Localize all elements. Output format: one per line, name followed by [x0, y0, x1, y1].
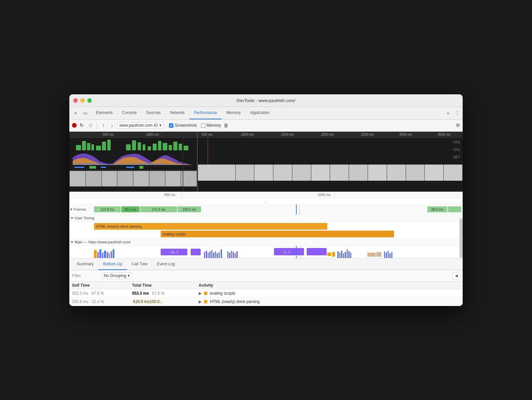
- svg-rect-23: [139, 166, 143, 169]
- svg-rect-63: [348, 251, 350, 258]
- svg-rect-25: [97, 252, 99, 258]
- toolbar-checkboxes: Screenshots Memory: [169, 123, 221, 128]
- devtools-nav: ⌖ ▭ Elements Console Sources Network Per…: [69, 107, 463, 120]
- svg-rect-14: [163, 143, 167, 150]
- svg-rect-39: [209, 251, 211, 258]
- grouping-select[interactable]: No Grouping ▾: [101, 272, 132, 279]
- user-timing-label: User Timing: [75, 216, 94, 220]
- time-500: 500 ms: [164, 193, 175, 197]
- svg-rect-60: [343, 253, 344, 258]
- left-ruler-1000: 1000 ms: [146, 133, 159, 136]
- svg-text:La...t: La...t: [171, 250, 178, 254]
- toolbar: ↻ ⊘ ↑ ↓ www.paulirish.com #2 ▾ Screensho…: [69, 120, 463, 132]
- total-time-2: 818.9 ms100.0...: [129, 297, 196, 306]
- settings-button[interactable]: ⚙: [456, 122, 460, 128]
- devtools-menu-icon[interactable]: ⋮: [455, 110, 460, 116]
- svg-rect-26: [99, 249, 101, 258]
- svg-rect-65: [367, 253, 376, 257]
- grouping-value: No Grouping: [104, 273, 126, 278]
- more-tabs-button[interactable]: »: [444, 111, 452, 116]
- filter-label: Filter: [72, 273, 99, 278]
- grouping-dropdown-icon: ▾: [128, 273, 130, 278]
- upload-button[interactable]: ↑: [100, 122, 107, 129]
- svg-rect-67: [384, 251, 385, 258]
- reload-button[interactable]: ↻: [78, 122, 85, 129]
- total-time-value-1: 553.3 ms: [132, 291, 149, 296]
- svg-rect-61: [345, 252, 346, 258]
- main-expand-icon[interactable]: [71, 241, 73, 243]
- record-button[interactable]: [72, 123, 77, 128]
- frames-label-text: Frames: [74, 207, 86, 211]
- tab-application[interactable]: Application: [245, 107, 274, 119]
- svg-rect-37: [206, 251, 207, 258]
- time-1000: 1000 ms: [318, 193, 330, 197]
- frames-label: Frames: [71, 207, 94, 211]
- devtools-window: DevTools - www.paulirish.com/ ⌖ ▭ Elemen…: [69, 94, 463, 306]
- recording-selector[interactable]: www.paulirish.com #2 ▾: [117, 122, 164, 129]
- expand-icon-2[interactable]: ▶: [199, 299, 202, 304]
- header-activity[interactable]: Activity: [196, 282, 463, 289]
- main-label: Main — https://www.paulirish.com/: [75, 240, 131, 244]
- main-track: La...t: [69, 246, 463, 258]
- memory-label: Memory: [207, 123, 221, 128]
- screenshots-checkbox-group: Screenshots: [169, 123, 197, 128]
- inspect-icon[interactable]: ⌖: [72, 109, 79, 117]
- svg-rect-59: [341, 251, 342, 258]
- expand-icon-1[interactable]: ▶: [199, 291, 202, 296]
- tab-summary[interactable]: Summary: [72, 259, 98, 270]
- clear-button[interactable]: 🗑: [224, 123, 228, 128]
- time-axis: 500 ms 1000 ms: [69, 192, 463, 198]
- dots-separator: ...: [69, 198, 463, 205]
- overview-panel[interactable]: 500 ms 1000 ms: [69, 132, 463, 192]
- svg-rect-12: [153, 144, 157, 150]
- user-timing-expand-icon[interactable]: [71, 217, 73, 219]
- svg-rect-28: [104, 251, 106, 258]
- memory-checkbox[interactable]: [201, 123, 205, 128]
- svg-rect-47: [229, 253, 230, 258]
- svg-rect-40: [211, 250, 212, 258]
- header-total-time[interactable]: Total Time: [129, 282, 196, 289]
- device-icon[interactable]: ▭: [81, 109, 89, 117]
- table-header-row: Self Time Total Time Activity: [69, 282, 463, 289]
- flame-scrollbar[interactable]: [459, 218, 463, 258]
- tab-event-log[interactable]: Event Log: [152, 259, 180, 270]
- svg-rect-35: [191, 249, 201, 255]
- tab-console[interactable]: Console: [117, 107, 141, 119]
- tab-call-tree[interactable]: Call Tree: [127, 259, 152, 270]
- tab-performance[interactable]: Performance: [189, 107, 222, 119]
- tab-memory[interactable]: Memory: [222, 107, 245, 119]
- svg-rect-69: [388, 251, 389, 258]
- svg-rect-64: [350, 253, 351, 258]
- frame-2: 83.1 ms: [121, 206, 140, 212]
- close-button[interactable]: [73, 98, 78, 103]
- table-row: 265.6 ms 32.4 % 818.9 ms100.0... ▶ HTML …: [69, 297, 463, 306]
- header-self-time[interactable]: Self Time: [69, 282, 129, 289]
- nav-icons: ⌖ ▭: [72, 109, 89, 117]
- screenshots-checkbox[interactable]: [169, 123, 173, 128]
- data-table-container: Self Time Total Time Activity 553.3 ms 6…: [69, 282, 463, 306]
- activity-label-1: evaling scripts: [210, 291, 235, 296]
- tab-network[interactable]: Network: [165, 107, 189, 119]
- maximize-button[interactable]: [87, 98, 92, 103]
- url-value: www.paulirish.com #2: [119, 123, 158, 128]
- window-title: DevTools - www.paulirish.com/: [237, 98, 295, 103]
- user-timing-section: User Timing HTML (nearly) done parsing e…: [69, 215, 463, 239]
- minimize-button[interactable]: [80, 98, 85, 103]
- svg-rect-58: [339, 253, 340, 258]
- svg-rect-51: [236, 251, 238, 258]
- user-timing-header: User Timing: [69, 215, 463, 222]
- main-header: Main — https://www.paulirish.com/: [69, 239, 463, 246]
- frames-expand-icon[interactable]: [71, 208, 72, 211]
- activity-color-2: [204, 300, 207, 303]
- collapse-button[interactable]: ◀: [453, 272, 460, 279]
- net-label: NET: [453, 154, 460, 161]
- tab-bottom-up[interactable]: Bottom-Up: [98, 259, 127, 270]
- tab-elements[interactable]: Elements: [91, 107, 117, 119]
- bottom-tabs: Summary Bottom-Up Call Tree Event Log: [69, 258, 463, 270]
- total-pct-1: 67.6 %: [152, 291, 164, 296]
- svg-rect-55: [327, 253, 331, 256]
- stop-button[interactable]: ⊘: [87, 122, 94, 129]
- svg-rect-41: [213, 253, 214, 258]
- tab-sources[interactable]: Sources: [141, 107, 165, 119]
- download-button[interactable]: ↓: [108, 122, 116, 129]
